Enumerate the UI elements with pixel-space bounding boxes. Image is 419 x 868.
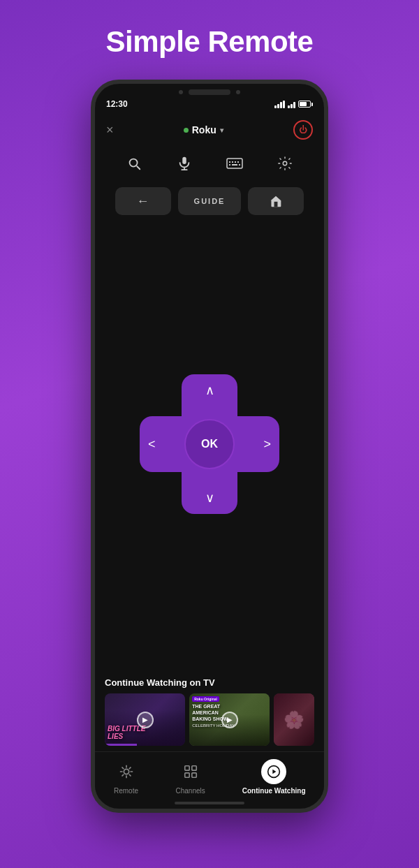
svg-line-16 — [122, 767, 124, 770]
guide-label: GUIDE — [194, 197, 226, 205]
app-screen: × Roku ▾ ⏻ — [95, 113, 324, 809]
back-arrow-icon: ← — [137, 194, 150, 209]
home-button[interactable] — [248, 187, 304, 215]
play-button-2[interactable]: ▶ — [221, 712, 238, 728]
status-bar: 12:30 — [95, 98, 324, 113]
svg-point-10 — [283, 161, 287, 165]
svg-rect-2 — [229, 161, 230, 163]
search-button[interactable] — [122, 151, 147, 176]
dpad: ∧ ∨ < > OK — [140, 374, 279, 514]
status-time: 12:30 — [106, 99, 128, 109]
svg-marker-25 — [272, 770, 276, 774]
speaker-bar — [189, 89, 230, 95]
dpad-right-button[interactable]: > — [263, 437, 271, 452]
dpad-left-button[interactable]: < — [148, 437, 156, 452]
nav-label-remote: Remote — [114, 787, 138, 795]
svg-rect-21 — [191, 766, 196, 770]
channels-icon — [178, 759, 203, 784]
dpad-ok-button[interactable]: OK — [184, 419, 235, 469]
nav-item-continue-watching[interactable]: Continue Watching — [242, 759, 306, 795]
signal-icon — [274, 101, 285, 108]
continue-watching-title: Continue Watching on TV — [105, 677, 314, 688]
thumbnail-big-little-lies[interactable]: BIG LITTLELIES ▶ — [105, 693, 185, 746]
thumbnail-baking-show[interactable]: Roku Original THE GREATAMERICANBAKING SH… — [189, 693, 270, 746]
svg-rect-3 — [232, 161, 233, 163]
baking-show-title: THE GREATAMERICANBAKING SHOWCELEBRITY HO… — [192, 703, 250, 729]
close-button[interactable]: × — [106, 123, 114, 138]
nav-row: ← GUIDE — [95, 183, 324, 221]
svg-rect-20 — [184, 766, 189, 770]
thumbnail-partial[interactable]: 🌸 — [274, 693, 314, 746]
phone-notch — [95, 84, 324, 98]
device-status-dot — [184, 128, 189, 133]
power-icon: ⏻ — [299, 125, 307, 135]
home-indicator — [175, 802, 244, 804]
play-button-1[interactable]: ▶ — [137, 712, 154, 728]
device-indicator[interactable]: Roku ▾ — [184, 124, 223, 135]
nav-label-channels: Channels — [176, 787, 205, 795]
svg-rect-23 — [191, 773, 196, 777]
svg-rect-1 — [227, 159, 242, 168]
thumbnails-row: BIG LITTLELIES ▶ Roku Original THE GREAT… — [105, 693, 314, 746]
svg-rect-8 — [232, 164, 237, 165]
bottom-nav: Remote Channels — [95, 751, 324, 799]
dpad-down-button[interactable]: ∨ — [205, 490, 214, 506]
status-icons — [274, 101, 313, 108]
svg-rect-4 — [235, 161, 236, 163]
dpad-up-button[interactable]: ∧ — [205, 383, 214, 398]
svg-line-17 — [128, 774, 131, 777]
lte-icon — [288, 101, 295, 108]
keyboard-button[interactable] — [222, 151, 247, 176]
back-button[interactable]: ← — [115, 187, 171, 215]
roku-original-badge: Roku Original — [192, 696, 219, 702]
battery-icon — [298, 101, 313, 108]
top-bar: × Roku ▾ ⏻ — [95, 113, 324, 145]
svg-rect-9 — [239, 164, 240, 165]
page-title: Simple Remote — [0, 25, 419, 59]
phone-frame: 12:30 — [91, 80, 328, 813]
power-button[interactable]: ⏻ — [293, 120, 313, 140]
nav-label-continue-watching: Continue Watching — [242, 787, 306, 795]
camera-dot — [179, 90, 183, 94]
svg-point-11 — [124, 769, 128, 774]
chevron-down-icon: ▾ — [220, 126, 223, 134]
svg-rect-22 — [184, 773, 189, 777]
nav-item-channels[interactable]: Channels — [176, 759, 205, 795]
svg-rect-7 — [229, 164, 230, 165]
microphone-button[interactable] — [172, 151, 197, 176]
svg-rect-0 — [182, 157, 186, 164]
dpad-container: ∧ ∨ < > OK — [95, 221, 324, 670]
guide-button[interactable]: GUIDE — [178, 187, 241, 215]
progress-bar-1 — [105, 744, 137, 746]
icon-row — [95, 145, 324, 183]
svg-line-19 — [128, 767, 131, 770]
big-little-lies-title: BIG LITTLELIES — [108, 725, 145, 740]
settings-button[interactable] — [272, 151, 297, 176]
continue-watching-section: Continue Watching on TV BIG LITTLELIES ▶ — [95, 670, 324, 751]
sensor-dot — [236, 90, 240, 94]
continue-watching-icon — [261, 759, 286, 784]
device-name: Roku — [192, 124, 216, 135]
nav-item-remote[interactable]: Remote — [114, 759, 139, 795]
remote-icon — [114, 759, 139, 784]
svg-line-18 — [122, 774, 124, 777]
svg-rect-5 — [237, 161, 239, 163]
